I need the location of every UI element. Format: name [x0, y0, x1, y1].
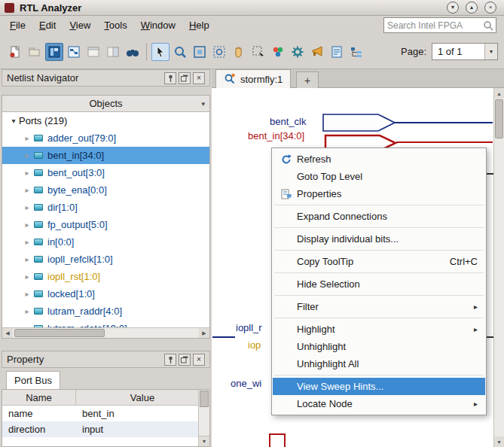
- menu-view[interactable]: View: [63, 17, 97, 33]
- menu-file[interactable]: File: [3, 17, 32, 33]
- menu-window[interactable]: Window: [134, 17, 182, 33]
- scroll-down-icon[interactable]: ▼: [199, 436, 209, 446]
- signal-label-one-wire-clipped[interactable]: one_wi: [231, 378, 261, 389]
- pan-tool-button[interactable]: [230, 43, 248, 61]
- property-vertical-scrollbar[interactable]: ▼: [198, 390, 209, 446]
- canvas-vertical-scrollbar[interactable]: ▲ ▼: [493, 88, 504, 447]
- float-panel-button[interactable]: [179, 354, 191, 366]
- menu-help[interactable]: Help: [182, 17, 216, 33]
- tree-item-adder-out[interactable]: ▸adder_out[79:0]: [2, 129, 209, 147]
- menu-item-display-individual-bits[interactable]: Display individual bits...: [273, 230, 485, 248]
- tab-stormfly[interactable]: stormfly:1: [215, 69, 291, 88]
- close-panel-button[interactable]: ×: [193, 72, 205, 84]
- wire-segment[interactable]: [487, 336, 493, 338]
- scroll-up-icon[interactable]: ▲: [494, 88, 504, 99]
- notifications-button[interactable]: [308, 43, 326, 61]
- menu-item-properties[interactable]: Properties: [273, 185, 485, 202]
- port-shape-bent-clk[interactable]: [322, 113, 396, 132]
- wire-bent-clk[interactable]: [395, 122, 493, 123]
- scrollbar-thumb[interactable]: [495, 99, 503, 138]
- zoom-selection-button[interactable]: [210, 43, 228, 61]
- signal-label-iopll-rst-clipped[interactable]: iop: [248, 339, 261, 351]
- float-panel-button[interactable]: [84, 43, 102, 61]
- tree-item-byte-ena[interactable]: ▸byte_ena[0:0]: [2, 181, 209, 199]
- menu-item-copy-tooltip[interactable]: Copy ToolTipCtrl+C: [273, 253, 485, 270]
- close-button[interactable]: ×: [484, 2, 496, 14]
- table-row[interactable]: name bent_in: [2, 406, 209, 421]
- netlist-navigator-toggle-button[interactable]: [45, 43, 63, 61]
- menu-item-unhighlight-all[interactable]: Unhighlight All: [273, 355, 485, 372]
- menu-item-filter[interactable]: Filter▸: [273, 298, 485, 315]
- expand-arrow-icon[interactable]: ▸: [22, 220, 32, 229]
- scrollbar-thumb[interactable]: [200, 391, 209, 407]
- expand-arrow-icon[interactable]: ▸: [22, 290, 32, 298]
- column-header-value[interactable]: Value: [76, 390, 209, 405]
- new-tab-button[interactable]: +: [296, 71, 319, 88]
- scroll-left-icon[interactable]: ◀: [2, 328, 13, 338]
- close-panel-button[interactable]: ×: [193, 354, 205, 366]
- tree-item-ports[interactable]: ▾Ports (219): [2, 112, 209, 129]
- menu-item-expand-connections[interactable]: Expand Connections: [273, 208, 485, 225]
- selection-tool-button[interactable]: [151, 43, 170, 61]
- signal-label-iopll-refclk-clipped[interactable]: iopll_r: [236, 322, 262, 333]
- tree-item-lutram-raddr[interactable]: ▸lutram_raddr[4:0]: [2, 303, 209, 320]
- pin-panel-button[interactable]: [164, 354, 176, 366]
- menu-item-view-sweep-hints[interactable]: View Sweep Hints...: [273, 378, 485, 395]
- float-panel-button[interactable]: [179, 72, 191, 84]
- column-header-name[interactable]: Name: [2, 390, 76, 405]
- expand-arrow-icon[interactable]: ▸: [22, 203, 32, 211]
- tree-item-dir[interactable]: ▸dir[1:0]: [2, 199, 209, 216]
- dock-panel-button[interactable]: [104, 43, 122, 61]
- collapse-arrow-icon[interactable]: ▾: [8, 117, 19, 125]
- expand-arrow-icon[interactable]: ▸: [22, 134, 32, 142]
- wire-segment[interactable]: [487, 173, 493, 175]
- signal-label-bent-clk[interactable]: bent_clk: [270, 116, 306, 127]
- tree-item-bent-in[interactable]: ▸bent_in[34:0]: [2, 147, 209, 164]
- wire-bent-in[interactable]: [396, 141, 493, 143]
- hierarchy-button[interactable]: [347, 43, 365, 61]
- wire-segment[interactable]: [212, 336, 235, 338]
- combo-dropdown-icon[interactable]: ▾: [484, 44, 497, 59]
- partial-port-shape[interactable]: [269, 433, 286, 447]
- expand-arrow-icon[interactable]: ▸: [22, 151, 32, 160]
- menu-item-highlight[interactable]: Highlight▸: [273, 321, 485, 338]
- menu-item-locate-node[interactable]: Locate Node▸: [273, 395, 485, 412]
- menu-item-refresh[interactable]: Refresh: [273, 151, 485, 168]
- zoom-tool-button[interactable]: [171, 43, 189, 61]
- scroll-right-icon[interactable]: ▶: [199, 328, 209, 338]
- expand-arrow-icon[interactable]: ▸: [22, 169, 32, 177]
- maximize-button[interactable]: ▴: [466, 2, 478, 14]
- tree-item-iopll-rst[interactable]: ▸iopll_rst[1:0]: [2, 268, 209, 285]
- highlight-colors-button[interactable]: [269, 43, 287, 61]
- expand-arrow-icon[interactable]: ▸: [22, 186, 32, 194]
- menu-item-goto-top-level[interactable]: Goto Top Level: [273, 168, 485, 185]
- report-button[interactable]: [328, 43, 346, 61]
- pin-panel-button[interactable]: [164, 72, 176, 84]
- expand-arrow-icon[interactable]: ▸: [22, 255, 32, 263]
- search-input[interactable]: [384, 19, 481, 32]
- objects-dropdown-icon[interactable]: ▾: [201, 100, 205, 108]
- expand-arrow-icon[interactable]: ▸: [22, 307, 32, 315]
- expand-arrow-icon[interactable]: ▸: [22, 272, 32, 281]
- settings-button[interactable]: [289, 43, 307, 61]
- fit-view-button[interactable]: [191, 43, 209, 61]
- tree-item-bent-out[interactable]: ▸bent_out[3:0]: [2, 164, 209, 181]
- find-button[interactable]: [124, 43, 142, 61]
- menu-edit[interactable]: Edit: [32, 17, 63, 33]
- area-select-button[interactable]: [249, 43, 267, 61]
- signal-label-bent-in[interactable]: bent_in[34:0]: [248, 130, 304, 141]
- menu-item-hide-selection[interactable]: Hide Selection: [273, 275, 485, 293]
- open-file-button[interactable]: [26, 43, 44, 61]
- menu-item-unhighlight[interactable]: Unhighlight: [273, 338, 485, 355]
- objects-header[interactable]: Objects ▾: [2, 96, 209, 112]
- new-file-button[interactable]: [6, 43, 24, 61]
- minimize-button[interactable]: ▾: [447, 2, 459, 14]
- tree-item-fp-output[interactable]: ▸fp_output[5:0]: [2, 216, 209, 233]
- tree-item-iopll-refclk[interactable]: ▸iopll_refclk[1:0]: [2, 251, 209, 268]
- menu-tools[interactable]: Tools: [97, 17, 133, 33]
- tab-port-bus[interactable]: Port Bus: [6, 371, 60, 389]
- tree-item-locked[interactable]: ▸locked[1:0]: [2, 285, 209, 303]
- table-row[interactable]: direction input: [2, 421, 209, 437]
- page-selector[interactable]: 1 of 1 ▾: [432, 43, 498, 60]
- tree-item-in[interactable]: ▸in[0:0]: [2, 233, 209, 251]
